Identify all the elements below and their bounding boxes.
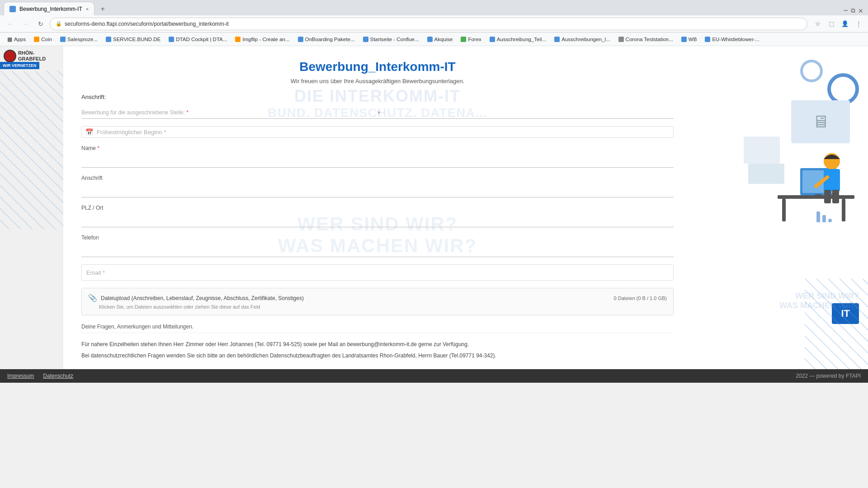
bookmark-salesproze-label: Salesproze... bbox=[67, 37, 98, 42]
bookmark-eu-label: EU-Whistleblower-... bbox=[712, 37, 760, 42]
bookmark-dtad[interactable]: DTAD Cockpit | DTA... bbox=[165, 35, 231, 43]
bewerbung-required: * bbox=[186, 109, 189, 116]
bookmark-apps[interactable]: ▦ Apps bbox=[4, 35, 29, 44]
bookmark-onboarding[interactable]: OnBoarding Pakete... bbox=[294, 35, 359, 43]
bookmark-star-btn[interactable]: ☆ bbox=[812, 18, 824, 30]
bookmark-onboarding-label: OnBoarding Pakete... bbox=[305, 37, 355, 42]
name-required: * bbox=[97, 145, 99, 151]
bookmarks-bar: ▦ Apps Coin Salesproze... SERVICE.BUND.D… bbox=[0, 33, 868, 46]
dots-decoration bbox=[816, 211, 832, 222]
wir-vernetzen-badge: WIR VERNETZEN bbox=[0, 62, 39, 69]
name-label: Name * bbox=[81, 145, 674, 151]
restore-btn[interactable]: ⧉ bbox=[851, 7, 855, 14]
right-diag-lines bbox=[805, 279, 868, 369]
datenschutz-link[interactable]: Datenschutz bbox=[43, 373, 73, 379]
main-content: DIE INTERKOMM-IT BUND. DATENSCHUTZ. DATE… bbox=[63, 46, 692, 369]
telefon-input[interactable] bbox=[81, 243, 674, 257]
bookmark-akquise-favicon bbox=[427, 37, 433, 42]
bookmark-service-bund-favicon bbox=[106, 37, 111, 42]
rhoen-logo-container: RHÖN-GRABFELD bbox=[4, 50, 55, 62]
menu-btn[interactable]: ⋮ bbox=[853, 18, 864, 30]
bookmark-ausschreibungen-favicon bbox=[554, 37, 560, 42]
impressum-link[interactable]: Impressum bbox=[7, 373, 34, 379]
back-btn[interactable]: ← bbox=[4, 18, 16, 30]
bookmark-ausschreibung1[interactable]: Ausschreibung_Teil... bbox=[486, 35, 550, 43]
name-group: Name * bbox=[81, 145, 674, 168]
bookmark-akquise-label: Akquise bbox=[434, 37, 453, 42]
telefon-label: Telefon bbox=[81, 235, 674, 241]
close-btn[interactable]: ✕ bbox=[858, 7, 863, 14]
anmerkungen-group: Deine Fragen, Anmerkungen und Mitteilung… bbox=[81, 321, 674, 333]
address-bar[interactable]: 🔒 secuforms-demo.ftapi.com/secuform/port… bbox=[50, 18, 807, 30]
page-wrapper: RHÖN-GRABFELD WIR VERNETZEN DIE INTERKOM… bbox=[0, 46, 868, 383]
bookmark-salesproze[interactable]: Salesproze... bbox=[57, 35, 101, 43]
bookmark-imgflip-favicon bbox=[235, 37, 241, 42]
right-panel: 🖥 bbox=[692, 46, 868, 369]
bookmark-onboarding-favicon bbox=[298, 37, 303, 42]
svg-rect-1 bbox=[0, 71, 63, 229]
forward-btn[interactable]: → bbox=[19, 18, 32, 30]
tab-favicon bbox=[9, 6, 16, 12]
plz-input[interactable] bbox=[81, 213, 674, 227]
name-label-text: Name bbox=[81, 145, 96, 151]
file-upload-label: Dateiupload (Anschreiben, Lebenslauf, Ze… bbox=[101, 295, 304, 301]
rhoen-emblem bbox=[4, 50, 16, 62]
bookmark-coin-label: Coin bbox=[41, 37, 52, 42]
profile-btn[interactable]: 👤 bbox=[839, 18, 851, 30]
rhoen-logo-text: RHÖN-GRABFELD bbox=[18, 50, 55, 62]
minimize-btn[interactable]: − bbox=[843, 6, 848, 15]
anschrift-label: Anschrift bbox=[81, 175, 674, 181]
file-upload-hint: Klicken Sie, um Dateien auszuwählen oder… bbox=[99, 304, 667, 310]
bookmark-coin[interactable]: Coin bbox=[30, 35, 56, 43]
file-upload-area[interactable]: 📎 Dateiupload (Anschreiben, Lebenslauf, … bbox=[81, 288, 674, 315]
tab-title: Bewerbung_Interkomm-IT bbox=[19, 6, 82, 12]
email-group bbox=[81, 264, 674, 281]
bookmark-eu[interactable]: EU-Whistleblower-... bbox=[701, 35, 763, 43]
bewerbung-label: Bewerbung für die ausgeschriebene Stelle… bbox=[81, 109, 377, 116]
bookmark-eu-favicon bbox=[705, 37, 710, 42]
bewerbung-dropdown[interactable]: Bewerbung für die ausgeschriebene Stelle… bbox=[81, 107, 674, 119]
beginn-input[interactable] bbox=[97, 129, 670, 136]
bookmark-wb[interactable]: WB bbox=[678, 35, 701, 43]
info-paragraph-1: Für nahere Einzelheiten stehen Ihnen Her… bbox=[81, 340, 674, 349]
bookmark-imgflip-label: Imgflip - Create an... bbox=[242, 37, 289, 42]
bookmark-startseite-label: Startseite - Conflue... bbox=[370, 37, 419, 42]
beginn-date-row[interactable]: 📅 bbox=[81, 126, 674, 138]
anschrift-input[interactable] bbox=[81, 183, 674, 197]
info-text-1: Für nahere Einzelheiten stehen Ihnen Her… bbox=[81, 340, 674, 360]
page-title: Bewerbung_Interkomm-IT bbox=[81, 60, 674, 74]
bookmark-forex[interactable]: Forex bbox=[457, 35, 485, 43]
tab-close-btn[interactable]: × bbox=[86, 6, 89, 12]
anschrift-group: Anschrift bbox=[81, 175, 674, 197]
new-tab-btn[interactable]: + bbox=[96, 3, 109, 15]
plz-group: PLZ / Ort bbox=[81, 205, 674, 227]
name-input[interactable] bbox=[81, 153, 674, 168]
bookmark-dtad-favicon bbox=[169, 37, 174, 42]
bookmark-service-bund[interactable]: SERVICE.BUND.DE bbox=[102, 35, 164, 43]
bookmark-ausschreibungen[interactable]: Ausschreibungen_l... bbox=[551, 35, 613, 43]
bookmark-coin-favicon bbox=[34, 37, 39, 42]
bewerbung-group: Bewerbung für die ausgeschriebene Stelle… bbox=[81, 107, 674, 119]
bookmark-akquise[interactable]: Akquise bbox=[424, 35, 457, 43]
window-controls: − ⧉ ✕ bbox=[843, 6, 868, 15]
bookmark-startseite[interactable]: Startseite - Conflue... bbox=[359, 35, 423, 43]
bookmark-corona-label: Corona Teststation... bbox=[626, 37, 673, 42]
file-upload-top: 📎 Dateiupload (Anschreiben, Lebenslauf, … bbox=[88, 294, 667, 302]
extensions-btn[interactable]: ⬚ bbox=[826, 18, 837, 30]
browser-chrome: Bewerbung_Interkomm-IT × + − ⧉ ✕ ← → ↻ 🔒… bbox=[0, 0, 868, 46]
bookmark-corona[interactable]: Corona Teststation... bbox=[615, 35, 677, 43]
dropdown-arrow-icon: ▾ bbox=[377, 109, 674, 116]
content-row: RHÖN-GRABFELD WIR VERNETZEN DIE INTERKOM… bbox=[0, 46, 868, 369]
svg-rect-3 bbox=[782, 199, 786, 221]
svg-rect-15 bbox=[805, 279, 868, 369]
tab-bar: Bewerbung_Interkomm-IT × + − ⧉ ✕ bbox=[0, 0, 868, 15]
bookmark-apps-label: Apps bbox=[14, 37, 26, 42]
email-input[interactable] bbox=[81, 264, 674, 281]
bookmark-wb-label: WB bbox=[689, 37, 697, 42]
refresh-btn[interactable]: ↻ bbox=[34, 18, 47, 30]
calendar-icon: 📅 bbox=[85, 128, 93, 136]
active-tab[interactable]: Bewerbung_Interkomm-IT × bbox=[4, 2, 94, 15]
section-anschrift-label: Anschrift: bbox=[81, 94, 674, 100]
toolbar-icons: ☆ ⬚ 👤 ⋮ bbox=[812, 18, 864, 30]
bookmark-imgflip[interactable]: Imgflip - Create an... bbox=[231, 35, 293, 43]
